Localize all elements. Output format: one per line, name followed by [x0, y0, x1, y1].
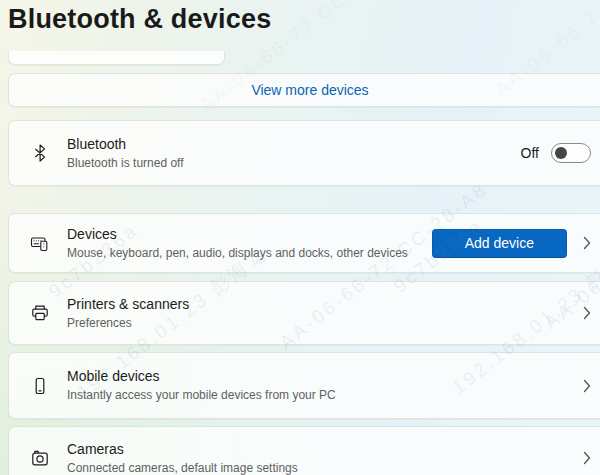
phone-icon: [29, 376, 51, 396]
bluetooth-toggle-state-label: Off: [521, 145, 539, 161]
toggle-knob: [555, 147, 567, 159]
settings-page: Bluetooth & devices View more devices Bl…: [0, 0, 600, 475]
row-bluetooth: Bluetooth Bluetooth is turned off Off: [8, 120, 600, 186]
view-more-devices-button[interactable]: View more devices: [8, 73, 600, 107]
device-tile-partial[interactable]: [8, 51, 225, 65]
chevron-right-icon[interactable]: [583, 306, 591, 320]
mobile-devices-title: Mobile devices: [67, 368, 336, 385]
printers-subtitle: Preferences: [67, 316, 189, 331]
bluetooth-icon: [29, 143, 51, 163]
printer-icon: [29, 303, 51, 323]
printers-title: Printers & scanners: [67, 296, 189, 313]
devices-title: Devices: [67, 226, 408, 243]
chevron-right-icon[interactable]: [583, 451, 591, 465]
mobile-devices-subtitle: Instantly access your mobile devices fro…: [67, 388, 336, 403]
devices-icon: [29, 233, 51, 253]
bluetooth-subtitle: Bluetooth is turned off: [67, 156, 184, 171]
row-devices[interactable]: Devices Mouse, keyboard, pen, audio, dis…: [8, 213, 600, 273]
bluetooth-toggle[interactable]: [551, 143, 591, 163]
chevron-right-icon[interactable]: [583, 236, 591, 250]
chevron-right-icon[interactable]: [583, 379, 591, 393]
bluetooth-title: Bluetooth: [67, 136, 184, 153]
row-cameras[interactable]: Cameras Connected cameras, default image…: [8, 426, 600, 475]
row-printers-scanners[interactable]: Printers & scanners Preferences: [8, 281, 600, 345]
devices-subtitle: Mouse, keyboard, pen, audio, displays an…: [67, 246, 408, 261]
cameras-subtitle: Connected cameras, default image setting…: [67, 461, 298, 475]
row-mobile-devices[interactable]: Mobile devices Instantly access your mob…: [8, 352, 600, 419]
page-title: Bluetooth & devices: [8, 4, 271, 35]
cameras-title: Cameras: [67, 441, 298, 458]
add-device-button[interactable]: Add device: [432, 229, 567, 258]
view-more-devices-label: View more devices: [251, 82, 368, 98]
camera-icon: [29, 448, 51, 468]
